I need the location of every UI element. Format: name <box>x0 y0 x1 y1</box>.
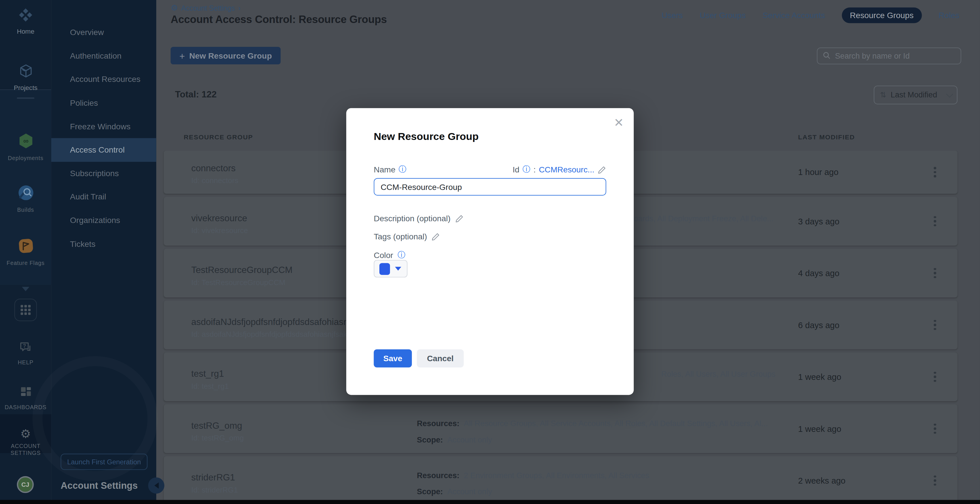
info-icon[interactable]: ⓘ <box>399 164 406 175</box>
modal-title: New Resource Group <box>374 131 479 143</box>
edit-tags-pencil-icon[interactable] <box>431 232 440 241</box>
id-value-link[interactable]: CCMResourc... <box>539 165 594 175</box>
cancel-button[interactable]: Cancel <box>417 350 464 367</box>
color-swatch <box>379 262 390 274</box>
app-window: Home Projects ∞ Deployments Builds Featu… <box>0 0 980 504</box>
info-icon[interactable]: ⓘ <box>522 164 530 175</box>
edit-id-pencil-icon[interactable] <box>598 165 606 174</box>
tags-label: Tags (optional) <box>374 232 427 242</box>
color-label: Color <box>374 251 393 260</box>
window-bottom-edge <box>0 500 980 504</box>
close-icon[interactable]: ✕ <box>614 116 624 130</box>
id-separator: : <box>533 165 536 175</box>
new-resource-group-modal: ✕ New Resource Group Name ⓘ Id ⓘ : CCMRe… <box>346 108 634 395</box>
description-label: Description (optional) <box>374 214 450 223</box>
edit-description-pencil-icon[interactable] <box>455 214 464 223</box>
info-icon[interactable]: ⓘ <box>398 250 405 260</box>
name-label: Name <box>374 165 395 175</box>
caret-down-icon <box>395 267 401 271</box>
save-button[interactable]: Save <box>374 350 412 367</box>
resource-group-name-input[interactable] <box>374 178 606 196</box>
id-label: Id <box>513 165 520 175</box>
color-picker-dropdown[interactable] <box>374 260 407 278</box>
